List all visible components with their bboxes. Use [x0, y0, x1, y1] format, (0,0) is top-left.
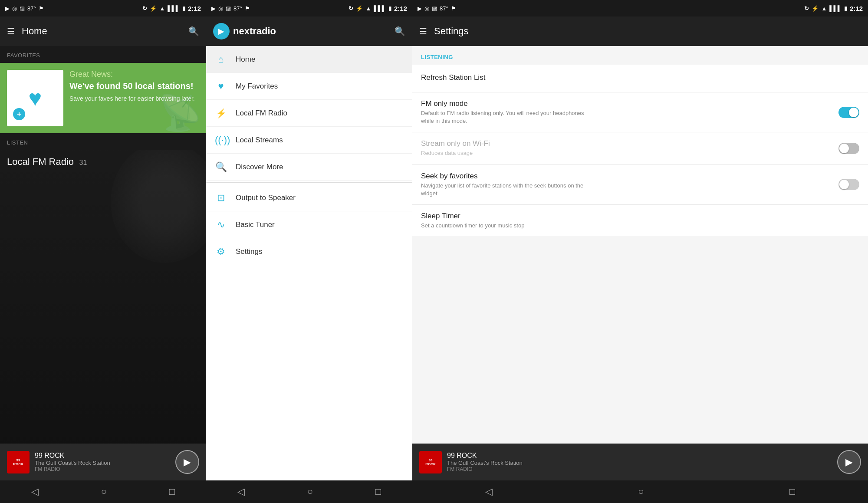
settings-item-wifi-stream: Stream only on Wi-Fi Reduces data usage	[412, 132, 868, 164]
home-button-right[interactable]: ○	[638, 486, 644, 497]
menu-icon-right[interactable]: ☰	[419, 26, 427, 36]
sidebar-item-home-label: Home	[236, 55, 255, 64]
app-header-left: ☰ Home 🔍	[0, 16, 206, 46]
bottom-nav-middle: ◁ ○ □	[206, 480, 412, 503]
settings-item-seek-title: Seek by favorites	[421, 172, 838, 181]
time-right: 2:12	[850, 5, 863, 12]
settings-item-wifi-title: Stream only on Wi-Fi	[421, 139, 838, 148]
sidebar-item-favorites[interactable]: ♥ My Favorites	[206, 73, 412, 100]
bottom-player-left: 99ROCK 99 ROCK The Gulf Coast's Rock Sta…	[0, 444, 206, 480]
logo-icon: ▶	[213, 23, 230, 39]
settings-item-fm-title: FM only mode	[421, 99, 838, 108]
listen-content: Local FM Radio 31	[0, 150, 206, 174]
signal-icon-m: ▌▌▌	[374, 5, 386, 12]
fav-card-headline: We've found 50 local stations!	[69, 81, 199, 91]
search-button-left[interactable]: 🔍	[188, 26, 199, 36]
photo-icon-r: ▨	[432, 5, 437, 12]
back-button-middle[interactable]: ◁	[237, 486, 245, 497]
nextradio-logo: ▶ nextradio	[213, 23, 276, 39]
flag-icon-r: ⚑	[451, 5, 456, 12]
station-logo-text: 99ROCK	[13, 458, 23, 466]
wifi-stream-toggle[interactable]	[838, 143, 859, 154]
listen-section-label: LISTEN	[0, 133, 206, 150]
sidebar-item-local-streams-label: Local Streams	[236, 136, 283, 145]
sidebar-item-local-streams[interactable]: ((·)) Local Streams	[206, 127, 412, 154]
settings-title: Settings	[434, 26, 469, 37]
status-icons-left: ▶ ◎ ▨ 87° ⚑	[5, 5, 44, 12]
recent-button-right[interactable]: □	[789, 486, 795, 497]
sidebar-item-home[interactable]: ⌂ Home	[206, 46, 412, 73]
flag-icon: ⚑	[39, 5, 44, 12]
recent-button-left[interactable]: □	[169, 486, 175, 497]
settings-item-seek-favorites: Seek by favorites Navigate your list of …	[412, 165, 868, 205]
settings-item-seek-text: Seek by favorites Navigate your list of …	[421, 172, 838, 197]
status-right-right: ↻ ⚡ ▲ ▌▌▌ ▮ 2:12	[804, 5, 863, 12]
logo-next: next	[233, 26, 253, 36]
page-title-left: Home	[22, 26, 47, 37]
home-button-left[interactable]: ○	[101, 486, 107, 497]
home-icon: ⌂	[215, 54, 227, 65]
back-button-left[interactable]: ◁	[31, 486, 39, 497]
status-right-middle: ↻ ⚡ ▲ ▌▌▌ ▮ 2:12	[349, 5, 407, 12]
location-icon-m: ◎	[218, 5, 223, 12]
favorites-section-label: FAVORITES	[0, 46, 206, 63]
listen-section: Local FM Radio 31	[0, 150, 206, 444]
settings-item-refresh[interactable]: Refresh Station List	[412, 65, 868, 92]
signal-icon: ▌▌▌	[168, 5, 180, 12]
sidebar-item-discover[interactable]: 🔍 Discover More	[206, 154, 412, 181]
logo-text: nextradio	[233, 26, 276, 37]
location-icon-r: ◎	[424, 5, 429, 12]
battery-icon-m: ▮	[388, 5, 391, 12]
settings-item-fm-only: FM only mode Default to FM radio listeni…	[412, 92, 868, 132]
listen-station-name: Local FM Radio	[7, 156, 74, 167]
wifi-icon: ▲	[159, 5, 165, 12]
recent-button-middle[interactable]: □	[375, 486, 381, 497]
signal-icon-r: ▌▌▌	[829, 5, 842, 12]
sidebar-item-fm-radio-label: Local FM Radio	[236, 109, 287, 118]
settings-item-sleep-title: Sleep Timer	[421, 212, 859, 220]
status-bar-middle: ▶ ◎ ▨ 87° ⚑ ↻ ⚡ ▲ ▌▌▌ ▮ 2:12	[206, 0, 412, 16]
settings-item-fm-text: FM only mode Default to FM radio listeni…	[421, 99, 838, 125]
heart-icon: ♥	[29, 85, 42, 111]
back-button-right[interactable]: ◁	[485, 486, 493, 497]
settings-header: ☰ Settings	[412, 16, 868, 46]
status-icons-middle-left: ▶ ◎ ▨ 87° ⚑	[211, 5, 250, 12]
player-type-right: FM RADIO	[447, 466, 832, 472]
location-icon: ◎	[12, 5, 17, 12]
menu-icon-left[interactable]: ☰	[7, 26, 15, 36]
add-favorite-button[interactable]: +	[13, 108, 25, 120]
favorites-card: ♥ + Great News: We've found 50 local sta…	[0, 63, 206, 133]
player-desc-left: The Gulf Coast's Rock Station	[35, 460, 170, 466]
sidebar-item-discover-label: Discover More	[236, 163, 283, 171]
bottom-nav-right: ◁ ○ □	[412, 480, 868, 503]
play-button-right[interactable]: ▶	[837, 450, 861, 474]
temp-right: 87°	[440, 5, 448, 12]
sidebar-item-speaker[interactable]: ⊡ Output to Speaker	[206, 184, 412, 211]
bluetooth-icon-m: ⚡	[356, 5, 363, 12]
settings-item-seek-desc: Navigate your list of favorite stations …	[421, 182, 586, 197]
speaker-icon: ⊡	[215, 192, 227, 204]
sidebar-item-fm-radio[interactable]: ⚡ Local FM Radio	[206, 100, 412, 127]
time-left: 2:12	[188, 5, 201, 12]
gear-icon: ⚙	[215, 246, 227, 257]
search-icon-menu: 🔍	[215, 161, 227, 173]
sync-icon: ↻	[142, 5, 147, 12]
time-middle: 2:12	[394, 5, 407, 12]
settings-item-sleep-timer[interactable]: Sleep Timer Set a countdown timer to you…	[412, 205, 868, 237]
right-panel: ▶ ◎ ▨ 87° ⚑ ↻ ⚡ ▲ ▌▌▌ ▮ 2:12 ☰ Settings …	[412, 0, 868, 503]
settings-item-sleep-desc: Set a countdown timer to your music stop	[421, 222, 586, 230]
station-logo-text-right: 99ROCK	[425, 458, 436, 466]
seek-favorites-toggle[interactable]	[838, 179, 859, 190]
sidebar-item-tuner[interactable]: ∿ Basic Tuner	[206, 211, 412, 238]
sidebar-item-settings[interactable]: ⚙ Settings	[206, 238, 412, 263]
status-right-left: ↻ ⚡ ▲ ▌▌▌ ▮ 2:12	[142, 5, 201, 12]
antenna-bg-decoration: 📡	[158, 92, 202, 133]
drawer-search-icon[interactable]: 🔍	[395, 26, 405, 36]
play-button-left[interactable]: ▶	[175, 450, 199, 474]
player-desc-right: The Gulf Coast's Rock Station	[447, 460, 832, 466]
bluetooth-icon: ⚡	[150, 5, 157, 12]
fm-only-toggle[interactable]	[838, 107, 859, 118]
settings-item-wifi-desc: Reduces data usage	[421, 149, 586, 157]
home-button-middle[interactable]: ○	[307, 486, 313, 497]
station-logo-right: 99ROCK	[419, 451, 442, 473]
